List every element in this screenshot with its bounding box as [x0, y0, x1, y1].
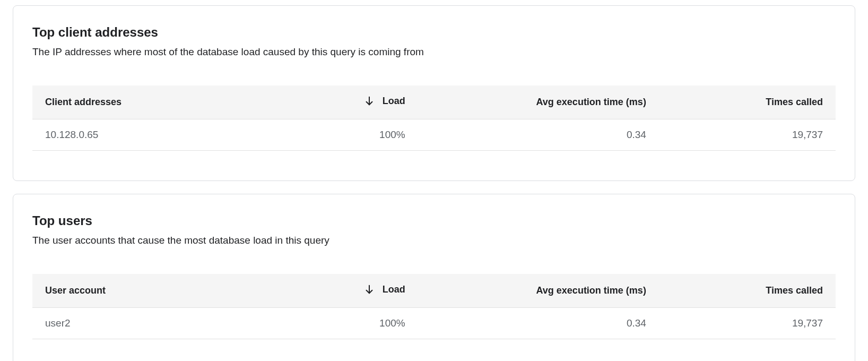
card-title: Top client addresses	[32, 25, 836, 40]
client-addresses-table: Client addresses Load Avg execution time…	[32, 85, 836, 151]
col-load[interactable]: Load	[289, 274, 418, 308]
col-times-called[interactable]: Times called	[659, 274, 836, 308]
cell-avg-exec-time: 0.34	[418, 308, 659, 339]
col-avg-exec-time[interactable]: Avg execution time (ms)	[418, 85, 659, 119]
card-description: The user accounts that cause the most da…	[32, 235, 836, 246]
top-client-addresses-card: Top client addresses The IP addresses wh…	[13, 5, 855, 181]
arrow-down-icon	[363, 95, 375, 107]
table-row: user2 100% 0.34 19,737	[32, 308, 836, 339]
cell-times-called: 19,737	[659, 119, 836, 151]
cell-times-called: 19,737	[659, 308, 836, 339]
col-load[interactable]: Load	[289, 85, 418, 119]
card-description: The IP addresses where most of the datab…	[32, 46, 836, 58]
cell-avg-exec-time: 0.34	[418, 119, 659, 151]
col-load-label: Load	[383, 284, 405, 295]
card-title: Top users	[32, 213, 836, 228]
users-table: User account Load Avg execution time (ms…	[32, 274, 836, 339]
cell-client-address: 10.128.0.65	[32, 119, 289, 151]
cell-user-account: user2	[32, 308, 289, 339]
col-load-label: Load	[383, 96, 405, 107]
cell-load: 100%	[289, 308, 418, 339]
col-client-addresses[interactable]: Client addresses	[32, 85, 289, 119]
col-avg-exec-time[interactable]: Avg execution time (ms)	[418, 274, 659, 308]
table-row: 10.128.0.65 100% 0.34 19,737	[32, 119, 836, 151]
col-user-account[interactable]: User account	[32, 274, 289, 308]
arrow-down-icon	[363, 283, 375, 295]
col-times-called[interactable]: Times called	[659, 85, 836, 119]
cell-load: 100%	[289, 119, 418, 151]
top-users-card: Top users The user accounts that cause t…	[13, 194, 855, 361]
